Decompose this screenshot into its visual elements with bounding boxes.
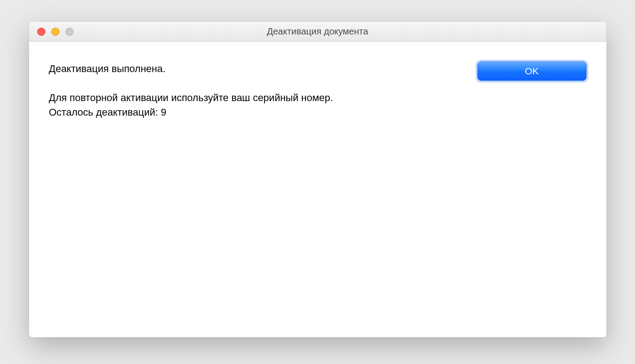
ok-button[interactable]: OK (477, 62, 586, 81)
zoom-icon (65, 28, 74, 36)
dialog-content: Деактивация выполнена. Для повторной акт… (29, 42, 606, 337)
minimize-icon[interactable] (51, 28, 59, 36)
message-area: Деактивация выполнена. Для повторной акт… (49, 62, 459, 120)
message-line-1: Для повторной активации используйте ваш … (49, 91, 459, 105)
message-line-2: Осталось деактиваций: 9 (49, 105, 459, 120)
button-area: OK (477, 62, 586, 81)
close-icon[interactable] (37, 28, 45, 36)
traffic-lights (29, 28, 74, 36)
titlebar: Деактивация документа (29, 22, 606, 42)
dialog-window: Деактивация документа Деактивация выполн… (29, 22, 606, 337)
message-heading: Деактивация выполнена. (49, 62, 459, 76)
window-title: Деактивация документа (29, 26, 606, 37)
